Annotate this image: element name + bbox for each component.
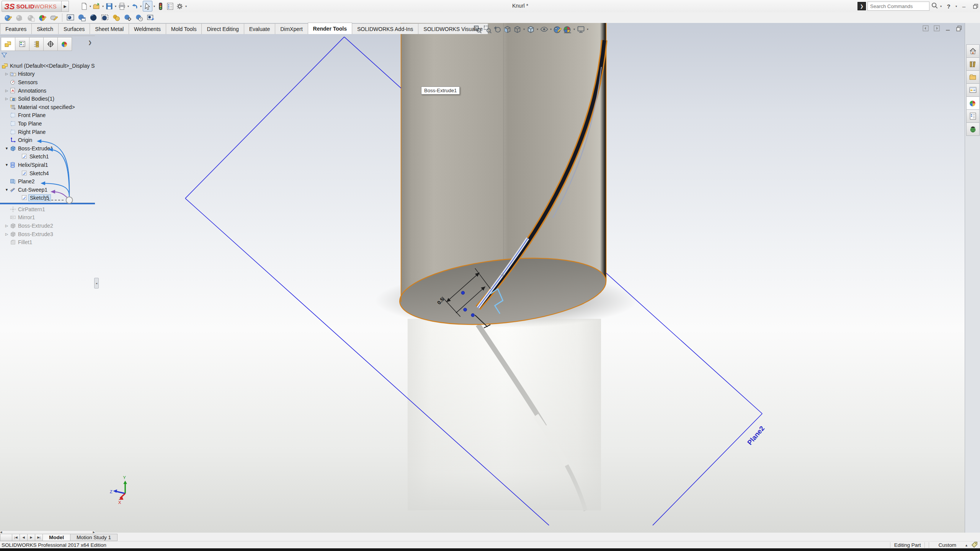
integrated-preview-button[interactable] bbox=[65, 13, 76, 23]
view-palette-tab[interactable] bbox=[966, 83, 980, 97]
tree-item-right-plane[interactable]: Right Plane bbox=[0, 128, 95, 136]
featuremanager-tree-tab[interactable] bbox=[1, 37, 15, 51]
restore-button[interactable] bbox=[970, 2, 980, 10]
tab-dimxpert[interactable]: DimXpert bbox=[275, 23, 308, 34]
tree-item-boss-extrude2[interactable]: ▷Boss-Extrude2 bbox=[0, 222, 95, 230]
recall-last-render-button[interactable] bbox=[111, 13, 122, 23]
display-style-caret-icon[interactable]: ▾ bbox=[537, 28, 538, 31]
appearances-scenes-tab[interactable] bbox=[966, 96, 980, 110]
edit-appearance-button[interactable] bbox=[2, 13, 14, 23]
tab-splitter[interactable] bbox=[0, 534, 12, 541]
tree-item-cut-sweep1[interactable]: ▼Cut-Sweep1 bbox=[0, 186, 95, 194]
expand-arrow-icon[interactable]: ▷ bbox=[4, 89, 10, 93]
render-region-button[interactable] bbox=[99, 13, 111, 23]
open-folder-button[interactable] bbox=[92, 1, 101, 11]
tab-solidworks-add-ins[interactable]: SOLIDWORKS Add-Ins bbox=[352, 23, 418, 34]
photoview-options-button[interactable] bbox=[122, 13, 134, 23]
expand-arrow-icon[interactable]: ▼ bbox=[4, 188, 10, 192]
dimxpertmanager-tab[interactable] bbox=[43, 37, 58, 51]
tree-item-sketch5[interactable]: Sketch5 bbox=[0, 194, 95, 202]
tree-item-annotations[interactable]: ▷AAnnotations bbox=[0, 86, 95, 95]
filter-funnel-icon[interactable] bbox=[1, 52, 8, 60]
tab-direct-editing[interactable]: Direct Editing bbox=[201, 23, 244, 34]
doc-minimize-button[interactable] bbox=[944, 24, 952, 32]
minimize-button[interactable]: – bbox=[959, 2, 969, 10]
file-properties-button[interactable] bbox=[166, 1, 175, 11]
section-view-button[interactable] bbox=[503, 25, 512, 34]
tab-model[interactable]: Model bbox=[42, 534, 70, 541]
tab-surfaces[interactable]: Surfaces bbox=[58, 23, 90, 34]
tree-item-boss-extrude3[interactable]: ▷Boss-Extrude3 bbox=[0, 230, 95, 238]
tree-item-origin[interactable]: Origin bbox=[0, 136, 95, 144]
tree-item-fillet1[interactable]: Fillet1 bbox=[0, 238, 95, 246]
configurationmanager-tab[interactable] bbox=[29, 37, 44, 51]
tree-item-history[interactable]: ▷History bbox=[0, 70, 95, 78]
next-tab-button[interactable]: ▶ bbox=[27, 534, 35, 541]
expand-arrow-icon[interactable]: ▼ bbox=[4, 147, 10, 150]
save-button[interactable] bbox=[105, 1, 114, 11]
tree-item-front-plane[interactable]: Front Plane bbox=[0, 111, 95, 120]
search-input[interactable] bbox=[867, 2, 929, 11]
apply-scene-caret-icon[interactable]: ▾ bbox=[573, 28, 575, 31]
help-caret-icon[interactable]: ▾ bbox=[956, 5, 957, 8]
view-settings-caret-icon[interactable]: ▾ bbox=[587, 28, 588, 31]
new-document-caret-icon[interactable]: ▾ bbox=[90, 5, 91, 8]
view-settings-button[interactable] bbox=[577, 25, 585, 34]
expand-arrow-icon[interactable]: ▷ bbox=[4, 232, 10, 236]
view-orientation-caret-icon[interactable]: ▾ bbox=[523, 28, 525, 31]
options-gear-button[interactable] bbox=[175, 1, 184, 11]
tag-icon[interactable] bbox=[971, 541, 978, 549]
open-folder-caret-icon[interactable]: ▾ bbox=[102, 5, 104, 8]
help-button[interactable]: ? bbox=[944, 2, 954, 10]
design-library-tab[interactable] bbox=[966, 57, 980, 71]
status-units[interactable]: Custom bbox=[933, 542, 962, 548]
search-icon[interactable] bbox=[931, 2, 938, 11]
view-orientation-button[interactable] bbox=[513, 25, 522, 34]
panel-collapse-handle[interactable]: ◂ bbox=[94, 278, 99, 289]
solidworks-forum-tab[interactable] bbox=[966, 122, 980, 136]
tree-item-mirror1[interactable]: Mirror1 bbox=[0, 214, 95, 222]
save-caret-icon[interactable]: ▾ bbox=[115, 5, 116, 8]
new-document-button[interactable] bbox=[80, 1, 88, 11]
tree-filter[interactable] bbox=[1, 51, 93, 60]
tree-item-cirpattern1[interactable]: CirPattern1 bbox=[0, 205, 95, 214]
edit-appearance-hud-button[interactable] bbox=[553, 25, 562, 34]
tree-item-sketch4[interactable]: Sketch4 bbox=[0, 169, 95, 178]
print-button[interactable] bbox=[118, 1, 126, 11]
menu-flyout-button[interactable]: ▶ bbox=[61, 1, 69, 12]
collapse-left-pane-button[interactable] bbox=[922, 24, 929, 32]
tree-item-plane2[interactable]: Plane2 bbox=[0, 177, 95, 186]
rollback-bar[interactable] bbox=[0, 202, 95, 205]
panel-chevron-icon[interactable]: ❯ bbox=[88, 40, 92, 45]
tab-motion-study-1[interactable]: Motion Study 1 bbox=[70, 534, 118, 541]
first-tab-button[interactable]: |◀ bbox=[12, 534, 20, 541]
tree-item-knurl-default-default-display-state-1[interactable]: Knurl (Default<<Default>_Display State 1 bbox=[0, 62, 95, 70]
rebuild-traffic-button[interactable] bbox=[156, 1, 165, 11]
file-explorer-tab[interactable] bbox=[966, 70, 980, 84]
zoom-to-area-button[interactable] bbox=[483, 25, 492, 34]
edit-scene-button[interactable] bbox=[37, 13, 48, 23]
model-scene[interactable]: 0.5 Y Z X bbox=[0, 23, 965, 533]
schedule-render-button[interactable] bbox=[134, 13, 145, 23]
display-style-button[interactable] bbox=[526, 25, 535, 34]
edit-decal-button[interactable] bbox=[48, 13, 60, 23]
hide-show-items-caret-icon[interactable]: ▾ bbox=[550, 28, 552, 31]
options-gear-caret-icon[interactable]: ▾ bbox=[185, 5, 187, 8]
collapse-right-pane-button[interactable] bbox=[933, 24, 941, 32]
tree-item-top-plane[interactable]: Top Plane bbox=[0, 119, 95, 128]
tab-evaluate[interactable]: Evaluate bbox=[244, 23, 275, 34]
hide-show-items-button[interactable] bbox=[540, 25, 549, 34]
prev-tab-button[interactable]: ◀ bbox=[20, 534, 28, 541]
units-caret-icon[interactable]: ▴ bbox=[965, 543, 967, 547]
undo-caret-icon[interactable]: ▾ bbox=[140, 5, 142, 8]
preview-window-button[interactable] bbox=[76, 13, 88, 23]
select-cursor-caret-icon[interactable]: ▾ bbox=[154, 5, 155, 8]
expand-arrow-icon[interactable]: ▼ bbox=[4, 163, 10, 167]
custom-properties-tab[interactable] bbox=[966, 109, 980, 123]
solidworks-resources-tab[interactable] bbox=[966, 44, 980, 58]
last-tab-button[interactable]: ▶| bbox=[35, 534, 43, 541]
tree-item-helix-spiral1[interactable]: ▼Helix/Spiral1 bbox=[0, 161, 95, 169]
tab-features[interactable]: Features bbox=[0, 23, 32, 34]
tab-weldments[interactable]: Weldments bbox=[129, 23, 166, 34]
final-render-button[interactable] bbox=[88, 13, 99, 23]
